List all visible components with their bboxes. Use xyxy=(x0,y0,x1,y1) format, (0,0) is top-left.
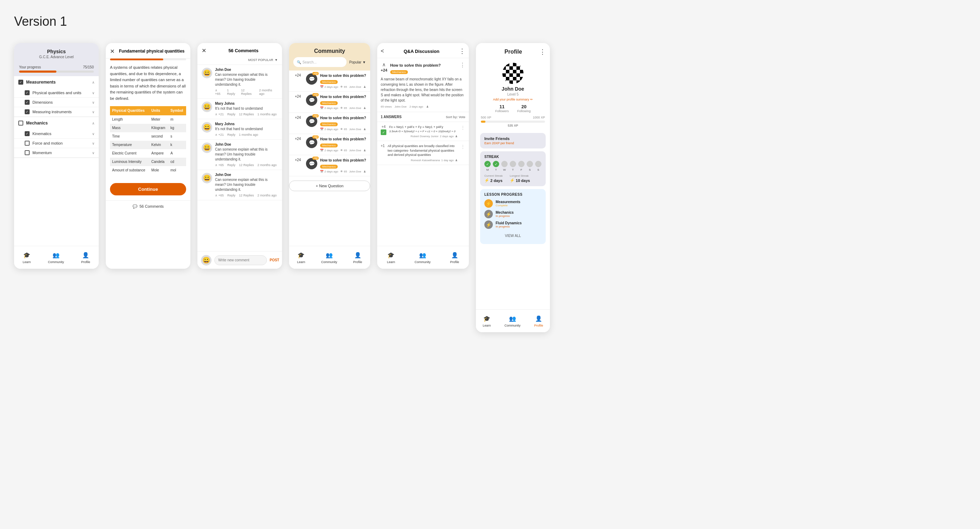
close-button-s3[interactable]: ✕ xyxy=(202,47,206,54)
xp-bar-fill xyxy=(481,121,485,123)
comment-username: Mary Johns xyxy=(215,102,278,105)
comment-votes[interactable]: ∧ +21 xyxy=(215,133,224,137)
qa-more-icon[interactable]: ⋮ xyxy=(460,62,465,69)
nav-profile-s4[interactable]: 👤 Profile xyxy=(353,252,363,264)
lesson-text: Fluid Dynamics In progress xyxy=(496,221,541,228)
mom-checkbox[interactable] xyxy=(25,150,30,155)
nav-profile-s5[interactable]: 👤 Profile xyxy=(450,252,459,264)
comment-votes[interactable]: ∧ +21 xyxy=(215,113,224,116)
comments-list: 😀 John Doe Can someone explain what this… xyxy=(197,65,282,218)
fm-checkbox[interactable] xyxy=(25,141,30,146)
comment-replies-count[interactable]: 12 Replies xyxy=(239,194,254,197)
answer-user-avatar: ♟ xyxy=(455,159,458,162)
continue-button[interactable]: Continue xyxy=(110,183,186,195)
dim-chevron: ∨ xyxy=(92,100,94,104)
nav-community-s6[interactable]: 👥 Community xyxy=(504,315,521,327)
subsection-dimensions[interactable]: Dimensions ∨ xyxy=(14,98,99,107)
comment-input-field[interactable] xyxy=(214,255,267,265)
comments-icon: 💬 xyxy=(132,204,137,209)
nav-learn-s5[interactable]: 🎓 Learn xyxy=(387,252,395,264)
comment-votes[interactable]: ∧ +65 xyxy=(215,163,224,167)
comment-replies-count[interactable]: 12 Replies xyxy=(241,89,256,96)
answers-list: +4 ✓ Fx = Ney1 + p4Fx + Fy = Ney1 + p4Fy… xyxy=(377,122,469,183)
table-cell: Mass xyxy=(110,124,149,132)
profile-level: Level 5 xyxy=(476,92,550,96)
answer-more-icon[interactable]: ⋮ xyxy=(460,125,465,131)
nav-learn-s4[interactable]: 🎓 Learn xyxy=(297,252,305,264)
measurements-header[interactable]: Measurements ∧ xyxy=(14,76,99,88)
table-cell: Candela xyxy=(149,158,168,166)
subsection-physical-quantities[interactable]: Physical quantities and units ∨ xyxy=(14,88,99,98)
subsection-momentum[interactable]: Momentum ∨ xyxy=(14,148,99,158)
question-tag: Mechanics xyxy=(320,143,338,147)
xp-min: 500 XP xyxy=(481,116,492,119)
q-views: 👁 65 xyxy=(340,85,347,89)
nav-profile-s1[interactable]: 👤 Profile xyxy=(81,252,90,264)
s2-comments-bar[interactable]: 💬 56 Comments xyxy=(106,200,190,212)
table-cell: Amount of substance xyxy=(110,166,149,175)
sort-by-label[interactable]: Sort by: Vote xyxy=(446,115,465,119)
measurements-checkbox[interactable] xyxy=(18,80,23,84)
community-icon-s6: 👥 xyxy=(509,315,516,323)
pq-checkbox[interactable] xyxy=(25,90,30,95)
question-item[interactable]: +24 💬+12 How to solve this problem? Mech… xyxy=(289,134,370,155)
nav-community-s5[interactable]: 👥 Community xyxy=(415,252,431,264)
kin-checkbox[interactable] xyxy=(25,131,30,136)
profile-more-icon[interactable]: ⋮ xyxy=(539,48,546,56)
nav-learn-s1[interactable]: 🎓 Learn xyxy=(22,252,31,264)
dim-checkbox[interactable] xyxy=(25,100,30,105)
nav-community-s4[interactable]: 👥 Community xyxy=(321,252,337,264)
col-symbol: Symbol xyxy=(168,106,186,115)
current-streak-label: Current Streak xyxy=(484,174,503,177)
subsection-measuring-instruments[interactable]: Measuring instruments ∨ xyxy=(14,107,99,117)
nav-community-s1[interactable]: 👥 Community xyxy=(48,252,64,264)
mi-checkbox[interactable] xyxy=(25,109,30,114)
question-item[interactable]: +24 💬+12 How to solve this problem? Mech… xyxy=(289,70,370,92)
lesson-icon: ⚡ xyxy=(484,210,493,218)
question-meta: 📅 2 days ago 👁 65 John Doe ♟ xyxy=(320,127,367,131)
question-item[interactable]: +24 💬+12 How to solve this problem? Mech… xyxy=(289,113,370,134)
q-date: 📅 2 days ago xyxy=(320,107,338,110)
qa-question-block: ∧ +24 How to solve this problem? Mechani… xyxy=(377,58,469,112)
comment-reply[interactable]: Reply xyxy=(228,163,235,167)
nav-profile-s6[interactable]: 👤 Profile xyxy=(534,315,543,327)
comment-votes[interactable]: ∧ +65 xyxy=(215,89,223,96)
comment-reply[interactable]: Reply xyxy=(228,133,235,137)
comment-replies-count[interactable]: 12 Replies xyxy=(239,163,254,167)
question-item[interactable]: +24 💬+12 How to solve this problem? Mech… xyxy=(289,155,370,176)
lesson-progress-item: ⚡ Fluid Dynamics In progress xyxy=(484,220,541,229)
back-button-s5[interactable]: < xyxy=(381,48,384,54)
post-comment-button[interactable]: POST xyxy=(270,258,279,262)
qa-views: 65 views xyxy=(381,105,391,108)
profile-summary-prompt[interactable]: Add your profile summary ✏ xyxy=(476,98,550,101)
answer-more-icon[interactable]: ⋮ xyxy=(460,144,465,150)
view-all-button[interactable]: VIEW ALL xyxy=(484,231,541,241)
more-button-s5[interactable]: ⋮ xyxy=(459,47,465,55)
comment-reply[interactable]: 1 Reply xyxy=(227,89,238,96)
invite-subtitle: Earn 20XP per friend xyxy=(484,142,541,145)
question-item[interactable]: +24 💬+12 How to solve this problem? Mech… xyxy=(289,92,370,113)
q-date: 📅 2 days ago xyxy=(320,127,338,131)
mechanics-header[interactable]: Mechanics ∧ xyxy=(14,117,99,129)
new-question-button[interactable]: + New Question xyxy=(289,180,370,191)
invite-box[interactable]: Invite Friends Earn 20XP per friend xyxy=(480,133,546,148)
comment-replies-count[interactable]: 12 Replies xyxy=(239,113,254,116)
comment-votes[interactable]: ∧ +65 xyxy=(215,194,224,197)
comment-reply[interactable]: Reply xyxy=(228,113,235,116)
q-user-avatar: ♟ xyxy=(363,107,366,110)
mechanics-checkbox[interactable] xyxy=(18,121,23,126)
q-user: John Doe xyxy=(349,127,361,131)
nav-learn-s6[interactable]: 🎓 Learn xyxy=(483,315,491,327)
subsection-kinematics[interactable]: Kinematics ∨ xyxy=(14,129,99,139)
comment-reply[interactable]: Reply xyxy=(228,194,235,197)
close-button-s2[interactable]: ✕ xyxy=(110,48,115,55)
question-title: How to solve this problem? xyxy=(320,137,367,142)
table-row: MassKilogramkg xyxy=(110,124,186,132)
physics-subtitle: G.C.E. Advance Level xyxy=(18,55,94,59)
upvote-arrow[interactable]: ∧ xyxy=(382,62,386,67)
community-search-box[interactable]: 🔍 Search... xyxy=(293,57,347,67)
lesson-name: Mechanics xyxy=(496,210,541,214)
bottom-nav-s4: 🎓 Learn 👥 Community 👤 Profile xyxy=(289,246,370,269)
subsection-force-motion[interactable]: Force and motion ∨ xyxy=(14,139,99,148)
popular-sort-button[interactable]: Popular ▼ xyxy=(349,60,366,64)
